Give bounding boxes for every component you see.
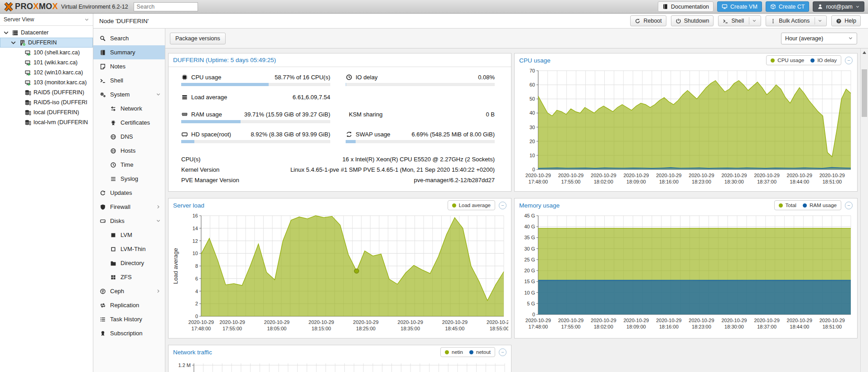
sidebar-item-subscription[interactable]: Subscription xyxy=(93,326,165,340)
collapse-panel-icon[interactable]: − xyxy=(845,57,853,64)
tree-item-dufferin[interactable]: DUFFERIN xyxy=(0,38,93,48)
sidebar-item-network[interactable]: Network xyxy=(93,101,165,116)
scrollbar-thumb[interactable] xyxy=(862,69,867,117)
chevron-down-icon xyxy=(855,5,860,9)
scroll-up-arrow-icon[interactable] xyxy=(861,48,868,56)
network-traffic-legend[interactable]: netinnetout xyxy=(440,347,495,357)
shell-button[interactable]: Shell xyxy=(718,15,761,26)
sidebar-item-search[interactable]: Search xyxy=(93,31,165,45)
info-label: Kernel Version xyxy=(181,166,220,173)
global-search-input[interactable] xyxy=(134,2,198,11)
svg-text:45 G: 45 G xyxy=(524,213,535,218)
sidebar-item-updates[interactable]: Updates xyxy=(93,186,165,200)
svg-text:18:09:00: 18:09:00 xyxy=(627,179,646,184)
tree-item-100-shell-karc-ca[interactable]: 100 (shell.karc.ca) xyxy=(0,48,93,58)
legend-entry-ram-usage[interactable]: RAM usage xyxy=(803,203,837,208)
sidebar-item-task-history[interactable]: Task History xyxy=(93,312,165,326)
svg-text:2020-10-29: 2020-10-29 xyxy=(526,173,551,178)
sidebar-item-summary[interactable]: Summary xyxy=(93,45,165,59)
network-traffic-chart: 1.2 M xyxy=(171,359,508,372)
cpu-usage-legend[interactable]: CPU usageIO delay xyxy=(766,55,841,65)
cpu-usage-title: CPU usage xyxy=(519,57,762,64)
button-label: Create CT xyxy=(779,4,805,10)
time-range-select[interactable]: Hour (average) xyxy=(781,33,857,44)
user-icon xyxy=(817,4,823,10)
sidebar-item-label: Network xyxy=(121,105,142,112)
sidebar-item-ceph[interactable]: Ceph xyxy=(93,284,165,298)
create-vm-button[interactable]: Create VM xyxy=(717,1,762,12)
sidebar-item-certificates[interactable]: Certificates xyxy=(93,116,165,130)
storage-icon xyxy=(24,119,31,126)
collapse-panel-icon[interactable]: − xyxy=(499,202,506,209)
tree-item-103-monitor-karc-ca[interactable]: 103 (monitor.karc.ca) xyxy=(0,77,93,87)
server-load-legend[interactable]: Load average xyxy=(448,200,495,210)
tree-item-raid5-dufferin[interactable]: RAID5 (DUFFERIN) xyxy=(0,87,93,97)
create-ct-button[interactable]: Create CT xyxy=(766,1,810,12)
tree-item-label: DUFFERIN xyxy=(28,39,57,46)
info-value: 16 x Intel(R) Xeon(R) CPU E5520 @ 2.27GH… xyxy=(342,156,495,163)
sidebar-item-replication[interactable]: Replication xyxy=(93,298,165,312)
sidebar-item-notes[interactable]: Notes xyxy=(93,59,165,73)
stat-label: Load average xyxy=(191,94,227,101)
sidebar-item-shell[interactable]: Shell xyxy=(93,73,165,87)
legend-entry-netin[interactable]: netin xyxy=(445,349,463,355)
topbar-actions: DocumentationCreate VMCreate CTroot@pam xyxy=(658,1,865,12)
sidebar-item-lvm-thin[interactable]: LVM-Thin xyxy=(93,242,165,256)
svg-text:20 G: 20 G xyxy=(524,268,535,273)
sidebar-item-directory[interactable]: Directory xyxy=(93,256,165,270)
proxmox-x-logo-icon xyxy=(4,2,14,11)
legend-label: CPU usage xyxy=(777,58,804,63)
svg-text:2020-10-29: 2020-10-29 xyxy=(220,319,245,325)
collapse-panel-icon[interactable]: − xyxy=(499,348,506,356)
chevron-down-icon xyxy=(156,218,161,223)
summary-right-column: IO delay0.08%KSM sharing0 BSWAP usage6.6… xyxy=(346,72,495,150)
svg-text:?: ? xyxy=(838,19,840,23)
tree-item-datacenter[interactable]: Datacenter xyxy=(0,28,93,38)
collapse-panel-icon[interactable]: − xyxy=(845,202,853,209)
server-view-select[interactable]: Server View xyxy=(0,14,93,26)
sidebar-item-label: Notes xyxy=(110,63,125,70)
legend-entry-load-average[interactable]: Load average xyxy=(452,203,491,208)
tree-item-102-win10-karc-ca[interactable]: 102 (win10.karc.ca) xyxy=(0,68,93,77)
help-button[interactable]: ?Help xyxy=(831,15,861,26)
stat-value: 0 B xyxy=(486,111,495,118)
svg-text:2020-10-29: 2020-10-29 xyxy=(656,318,681,323)
legend-entry-total[interactable]: Total xyxy=(779,203,796,208)
sidebar-item-hosts[interactable]: Hosts xyxy=(93,144,165,158)
package-versions-button[interactable]: Package versions xyxy=(170,33,226,44)
info-value: Linux 5.4.65-1-pve #1 SMP PVE 5.4.65-1 (… xyxy=(290,166,495,173)
svg-text:2020-10-29: 2020-10-29 xyxy=(623,318,649,323)
sidebar-item-disks[interactable]: Disks xyxy=(93,214,165,228)
tree-item-label: RAID5 (DUFFERIN) xyxy=(34,89,84,96)
vertical-scrollbar[interactable] xyxy=(860,48,868,372)
documentation-button[interactable]: Documentation xyxy=(658,1,714,12)
stat-row: HD space(root)8.92% (8.38 GiB of 93.99 G… xyxy=(181,130,330,139)
legend-entry-netout[interactable]: netout xyxy=(469,349,491,355)
shutdown-button[interactable]: Shutdown xyxy=(671,15,714,26)
tree-item-local-dufferin[interactable]: local (DUFFERIN) xyxy=(0,107,93,117)
sidebar-item-syslog[interactable]: Syslog xyxy=(93,172,165,186)
svg-text:18:35:00: 18:35:00 xyxy=(400,326,420,331)
svg-text:2: 2 xyxy=(195,301,198,306)
tree-item-raid5-iso-dufferi[interactable]: RAID5-iso (DUFFERI xyxy=(0,97,93,107)
sidebar-item-dns[interactable]: DNS xyxy=(93,130,165,144)
sidebar-item-system[interactable]: System xyxy=(93,87,165,101)
legend-entry-io-delay[interactable]: IO delay xyxy=(810,58,837,63)
tree-item-101-wiki-karc-ca[interactable]: 101 (wiki.karc.ca) xyxy=(0,58,93,68)
legend-entry-cpu-usage[interactable]: CPU usage xyxy=(771,58,804,63)
sidebar-item-zfs[interactable]: ZFS xyxy=(93,270,165,284)
sidebar-item-lvm[interactable]: LVM xyxy=(93,228,165,242)
sidebar-item-firewall[interactable]: Firewall xyxy=(93,200,165,214)
svg-text:30 G: 30 G xyxy=(524,246,535,251)
bulk-actions-button[interactable]: Bulk Actions xyxy=(766,15,827,26)
reboot-button[interactable]: Reboot xyxy=(630,15,666,26)
tree-item-local-lvm-dufferin[interactable]: local-lvm (DUFFERIN xyxy=(0,117,93,127)
svg-text:2020-10-29: 2020-10-29 xyxy=(309,319,334,325)
memory-usage-legend[interactable]: TotalRAM usage xyxy=(774,200,841,210)
stat-progressbar xyxy=(346,83,495,86)
sidebar-item-time[interactable]: Time xyxy=(93,158,165,172)
folder-icon xyxy=(110,260,116,266)
root-pam-button[interactable]: root@pam xyxy=(813,1,864,12)
info-row-kernel-version: Kernel VersionLinux 5.4.65-1-pve #1 SMP … xyxy=(181,164,495,175)
svg-text:18:16:00: 18:16:00 xyxy=(659,179,679,184)
